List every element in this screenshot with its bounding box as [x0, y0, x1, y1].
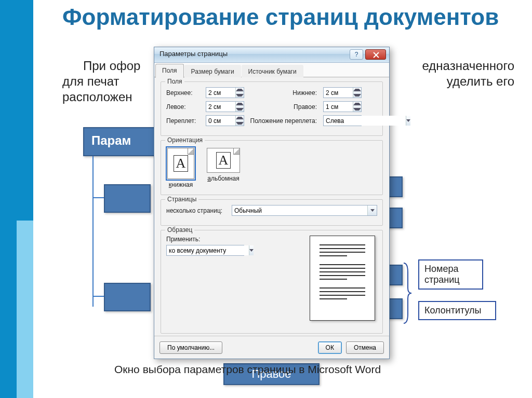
spin-arrows-icon[interactable] — [353, 102, 361, 112]
input-apply[interactable] — [167, 245, 249, 255]
left-band-lower — [0, 221, 17, 398]
group-margins-label: Поля — [165, 78, 184, 85]
dialog-title: Параметры страницы — [159, 50, 228, 58]
label-left: Левое: — [166, 103, 203, 111]
chevron-down-icon[interactable] — [367, 205, 377, 215]
label-right: Правое: — [247, 103, 320, 111]
orientation-portrait[interactable]: A книжная — [167, 148, 194, 188]
label-multipage: несколько страниц: — [166, 207, 229, 214]
label-apply: Применить: — [166, 236, 249, 243]
bg-block-left2 — [104, 283, 151, 311]
spin-arrows-icon[interactable] — [235, 102, 244, 112]
group-orientation: Ориентация A книжная A альбомная — [161, 140, 383, 195]
dialog-footer: По умолчанию... ОК Отмена — [154, 336, 389, 359]
tab-bar: Поля Размер бумаги Источник бумаги — [154, 63, 389, 77]
orientation-landscape[interactable]: A альбомная — [207, 148, 240, 188]
callout-page-numbers: Номера страниц — [418, 259, 483, 290]
input-left[interactable] — [206, 102, 235, 112]
label-gutter-pos: Положение переплета: — [247, 117, 320, 125]
tab-margins[interactable]: Поля — [155, 64, 184, 78]
group-orientation-label: Ориентация — [165, 136, 205, 144]
input-bottom[interactable] — [324, 88, 353, 98]
brace-icon — [403, 262, 412, 324]
spin-arrows-icon[interactable] — [235, 88, 244, 98]
group-margins: Поля Верхнее: Нижнее: Левое: — [161, 81, 383, 136]
landscape-label: альбомная — [207, 175, 240, 182]
org-line-v — [92, 156, 94, 307]
combo-multipage[interactable] — [232, 205, 377, 216]
combo-gutter-pos[interactable] — [323, 115, 362, 126]
titlebar[interactable]: Параметры страницы ? — [154, 47, 389, 63]
callout-headers-footers: Колонтитулы — [418, 301, 496, 320]
portrait-label: книжная — [167, 181, 194, 188]
input-multipage[interactable] — [232, 205, 367, 215]
input-right[interactable] — [324, 102, 353, 112]
org-line-h2 — [92, 296, 105, 297]
landscape-icon: A — [207, 148, 240, 173]
ok-button[interactable]: ОК — [318, 341, 342, 354]
portrait-icon: A — [167, 148, 194, 179]
spin-arrows-icon[interactable] — [353, 88, 361, 98]
chevron-down-icon[interactable] — [249, 245, 254, 255]
input-gutter-pos[interactable] — [324, 116, 406, 126]
input-gutter[interactable] — [206, 116, 235, 126]
dialog-body: Поля Верхнее: Нижнее: Левое: — [154, 77, 389, 334]
chevron-down-icon[interactable] — [406, 116, 410, 126]
spin-bottom[interactable] — [323, 87, 362, 98]
group-pages-label: Страницы — [165, 196, 198, 203]
default-button[interactable]: По умолчанию... — [159, 341, 222, 354]
combo-apply[interactable] — [166, 245, 244, 256]
input-top[interactable] — [206, 88, 235, 98]
org-line-h1 — [92, 197, 105, 198]
spin-arrows-icon[interactable] — [235, 116, 244, 126]
left-band — [0, 0, 33, 221]
caption: Окно выбора параметров страницы в Micros… — [114, 363, 381, 376]
close-button[interactable] — [365, 49, 386, 60]
spin-gutter[interactable] — [206, 115, 244, 126]
spin-right[interactable] — [323, 101, 362, 112]
help-button[interactable]: ? — [350, 49, 363, 60]
group-sample: Образец Применить: — [161, 230, 383, 334]
tab-paper-size[interactable]: Размер бумаги — [184, 65, 241, 77]
group-sample-label: Образец — [165, 226, 194, 234]
label-gutter: Переплет: — [166, 117, 203, 125]
label-top: Верхнее: — [166, 89, 203, 97]
label-bottom: Нижнее: — [247, 89, 320, 97]
left-band-lower-light — [17, 221, 33, 398]
preview-icon — [310, 236, 375, 321]
spin-top[interactable] — [206, 87, 244, 98]
cancel-button[interactable]: Отмена — [346, 341, 384, 354]
group-pages: Страницы несколько страниц: — [161, 199, 383, 226]
slide-title: Форматирование страниц документов — [62, 5, 499, 29]
page-setup-dialog: Параметры страницы ? Поля Размер бумаги … — [154, 47, 390, 359]
bg-block-left1 — [104, 184, 151, 213]
spin-left[interactable] — [206, 101, 244, 112]
tab-paper-source[interactable]: Источник бумаги — [242, 65, 303, 77]
